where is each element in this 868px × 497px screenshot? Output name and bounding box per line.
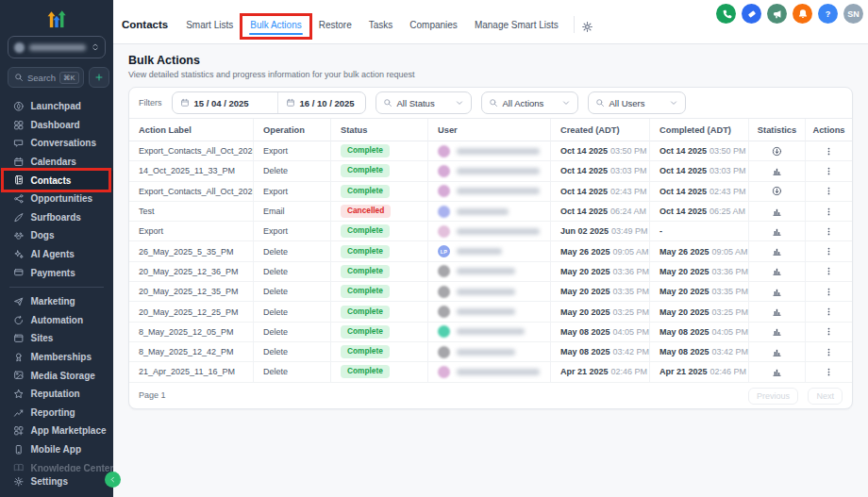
- tab-tasks[interactable]: Tasks: [360, 12, 402, 43]
- row-actions-menu-button[interactable]: [824, 186, 834, 196]
- sidebar-item-label: Contacts: [31, 175, 72, 186]
- users-filter-dropdown[interactable]: All Users: [588, 91, 686, 114]
- user-name-blurred: [457, 168, 540, 174]
- sidebar-item-knowledge-center[interactable]: Knowledge Center: [0, 458, 113, 472]
- cell-completed: May 08 202503:42 PM: [650, 342, 749, 362]
- row-actions-menu-button[interactable]: [824, 207, 834, 217]
- mobile-app-icon: [13, 444, 25, 456]
- megaphone-icon: [772, 8, 783, 20]
- sidebar-item-label: Memberships: [31, 352, 92, 362]
- statistics-button[interactable]: [772, 306, 782, 317]
- row-actions-menu-button[interactable]: [824, 246, 834, 257]
- tab-companies[interactable]: Companies: [401, 12, 466, 43]
- ticket-icon: [746, 8, 758, 20]
- cell-operation: Delete: [254, 302, 331, 322]
- status-filter-dropdown[interactable]: All Status: [376, 91, 472, 114]
- sidebar-item-automation[interactable]: Automation: [0, 311, 113, 330]
- statistics-button[interactable]: [772, 367, 782, 377]
- cell-completed: Oct 14 202503:50 PM: [650, 141, 749, 161]
- sidebar-item-reputation[interactable]: Reputation: [0, 385, 113, 404]
- sidebar-item-launchpad[interactable]: Launchpad: [0, 97, 113, 116]
- chevron-down-icon: [561, 98, 571, 108]
- tab-bulk-actions[interactable]: Bulk Actions: [242, 12, 309, 43]
- sidebar-item-label: Launchpad: [31, 101, 81, 111]
- phone-button[interactable]: [716, 4, 736, 24]
- statistics-button[interactable]: [772, 186, 782, 196]
- cell-completed: Oct 14 202503:03 PM: [650, 161, 749, 181]
- content-area: Bulk Actions View detailed statistics an…: [113, 44, 868, 497]
- sidebar-item-surfboards[interactable]: Surfboards: [0, 208, 113, 227]
- sidebar-item-media-storage[interactable]: Media Storage: [0, 366, 113, 385]
- row-actions-menu-button[interactable]: [824, 146, 834, 157]
- date-to-input[interactable]: 16 / 10 / 2025: [277, 92, 365, 113]
- gear-icon: [13, 476, 25, 488]
- sidebar-item-calendars[interactable]: Calendars: [0, 153, 113, 172]
- sidebar-item-sites[interactable]: Sites: [0, 329, 113, 348]
- account-selector[interactable]: [8, 36, 106, 58]
- tab-settings-gear-button[interactable]: [581, 21, 593, 43]
- sidebar-item-settings[interactable]: Settings: [0, 472, 113, 497]
- sidebar-item-memberships[interactable]: Memberships: [0, 348, 113, 367]
- row-actions-menu-button[interactable]: [824, 306, 834, 317]
- row-actions-menu-button[interactable]: [824, 266, 834, 276]
- statistics-button[interactable]: [772, 166, 782, 176]
- sidebar-item-mobile-app[interactable]: Mobile App: [0, 440, 113, 459]
- cell-action-label: 8_May_2025_12_05_PM: [129, 323, 254, 342]
- table-row: 14_Oct_2025_11_33_PMDeleteCompleteOct 14…: [129, 161, 852, 181]
- tab-restore[interactable]: Restore: [310, 12, 360, 43]
- sidebar-search-input[interactable]: Search ⌘K: [8, 67, 84, 88]
- status-badge: Cancelled: [341, 205, 391, 218]
- bell-button[interactable]: [793, 4, 812, 24]
- sidebar-item-reporting[interactable]: Reporting: [0, 404, 113, 422]
- help-button[interactable]: ?: [818, 4, 838, 24]
- avatar-button[interactable]: SN: [843, 4, 863, 24]
- collapse-sidebar-button[interactable]: [105, 472, 121, 488]
- row-actions-menu-button[interactable]: [824, 367, 834, 377]
- cell-user: [428, 262, 551, 282]
- previous-page-button[interactable]: Previous: [748, 388, 798, 405]
- sidebar-item-conversations[interactable]: Conversations: [0, 134, 113, 153]
- cell-operation: Delete: [254, 342, 331, 362]
- app-logo[interactable]: [0, 0, 113, 31]
- row-actions-menu-button[interactable]: [824, 226, 834, 237]
- sidebar-item-dashboard[interactable]: Dashboard: [0, 116, 113, 135]
- statistics-button[interactable]: [772, 326, 782, 337]
- cell-actions: [806, 262, 852, 282]
- quick-add-button[interactable]: [89, 67, 109, 88]
- statistics-button[interactable]: [772, 347, 782, 357]
- megaphone-button[interactable]: [767, 4, 787, 24]
- actions-filter-dropdown[interactable]: All Actions: [481, 91, 578, 114]
- sidebar: Search ⌘K LaunchpadDashboardConversation…: [0, 0, 113, 497]
- statistics-button[interactable]: [772, 146, 782, 157]
- sidebar-item-opportunities[interactable]: Opportunities: [0, 190, 113, 208]
- row-actions-menu-button[interactable]: [824, 166, 834, 176]
- cell-user: [428, 342, 551, 362]
- statistics-button[interactable]: [772, 266, 782, 276]
- actions-filter-value: All Actions: [503, 98, 557, 108]
- page-subtitle: View detailed statistics and progress in…: [128, 70, 853, 79]
- next-page-button[interactable]: Next: [808, 388, 843, 405]
- marketing-icon: [13, 296, 25, 307]
- row-actions-menu-button[interactable]: [824, 347, 834, 357]
- statistics-button[interactable]: [772, 226, 782, 237]
- row-actions-menu-button[interactable]: [824, 326, 834, 337]
- tab-smart-lists[interactable]: Smart Lists: [177, 12, 242, 43]
- statistics-button[interactable]: [772, 246, 782, 257]
- sidebar-item-app-marketplace[interactable]: App Marketplace: [0, 422, 113, 440]
- statistics-button[interactable]: [772, 207, 782, 217]
- date-from-input[interactable]: 15 / 04 / 2025: [173, 92, 277, 113]
- sidebar-item-dogs[interactable]: Dogs: [0, 226, 113, 245]
- cell-status: Complete: [331, 182, 428, 202]
- cell-statistics: [749, 241, 806, 261]
- table-footer: Page 1 Previous Next: [129, 383, 852, 408]
- ticket-button[interactable]: [742, 4, 761, 24]
- sidebar-item-ai-agents[interactable]: AI Agents: [0, 245, 113, 264]
- sidebar-item-contacts[interactable]: Contacts: [0, 171, 113, 190]
- tab-manage-smart-lists[interactable]: Manage Smart Lists: [466, 12, 567, 43]
- status-badge: Complete: [341, 306, 390, 319]
- statistics-button[interactable]: [772, 287, 782, 297]
- topbar-action-icons: ?SN: [716, 4, 863, 24]
- sidebar-item-marketing[interactable]: Marketing: [0, 292, 113, 311]
- sidebar-item-payments[interactable]: Payments: [0, 263, 113, 282]
- row-actions-menu-button[interactable]: [824, 287, 834, 297]
